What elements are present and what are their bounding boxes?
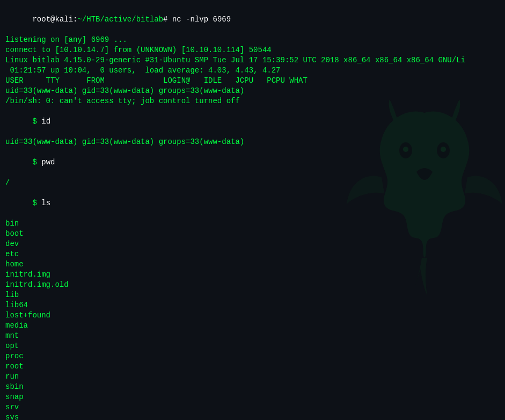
line-header: USER TTY FROM LOGIN@ IDLE JCPU PCPU WHAT (5, 76, 500, 86)
terminal-content: root@kali:~/HTB/active/bitlab# nc -nlvp … (5, 4, 500, 420)
line-sbin: sbin (5, 382, 500, 392)
cmd-id: id (41, 117, 50, 126)
cmd-ls: ls (41, 199, 50, 207)
line-sys: sys (5, 412, 500, 420)
cmd-pwd: pwd (41, 158, 55, 166)
line-run: run (5, 372, 500, 382)
line-prompt-ls: $ ls (5, 188, 500, 219)
line-lib: lib (5, 290, 500, 300)
line-dev: dev (5, 239, 500, 249)
line-mnt: mnt (5, 331, 500, 341)
line-initrd-old: initrd.img.old (5, 280, 500, 290)
line-lib64: lib64 (5, 300, 500, 310)
prompt-dollar2: $ (32, 158, 41, 166)
line-tty: /bin/sh: 0: can't access tty; job contro… (5, 96, 500, 106)
line-initrd: initrd.img (5, 270, 500, 280)
line-opt: opt (5, 341, 500, 351)
line-uid1: uid=33(www-data) gid=33(www-data) groups… (5, 86, 500, 96)
line-prompt-id: $ id (5, 106, 500, 137)
prompt-path: ~/HTB/active/bitlab (77, 15, 163, 24)
line-prompt1: root@kali:~/HTB/active/bitlab# nc -nlvp … (5, 4, 500, 35)
prompt-hash: # (163, 15, 172, 24)
line-proc: proc (5, 351, 500, 361)
line-uid2: uid=33(www-data) gid=33(www-data) groups… (5, 137, 500, 147)
line-linux: Linux bitlab 4.15.0-29-generic #31-Ubunt… (5, 55, 500, 66)
line-etc: etc (5, 249, 500, 259)
line-root: root (5, 361, 500, 372)
line-prompt-pwd: $ pwd (5, 147, 500, 178)
prompt-user: root@kali (32, 15, 73, 24)
line-lostfound: lost+found (5, 310, 500, 321)
terminal-window[interactable]: root@kali:~/HTB/active/bitlab# nc -nlvp … (0, 0, 505, 420)
prompt-dollar3: $ (32, 199, 41, 207)
line-home: home (5, 259, 500, 270)
prompt-dollar1: $ (32, 117, 41, 126)
line-listening: listening on [any] 6969 ... (5, 35, 500, 45)
line-connect: connect to [10.10.14.7] from (UNKNOWN) [… (5, 45, 500, 55)
line-boot: boot (5, 229, 500, 239)
line-bin: bin (5, 219, 500, 229)
line-uptime: 01:21:57 up 10:04, 0 users, load average… (5, 66, 500, 76)
cmd1: nc -nlvp 6969 (172, 15, 231, 24)
line-srv: srv (5, 402, 500, 412)
line-snap: snap (5, 392, 500, 402)
line-slash: / (5, 178, 500, 188)
line-media: media (5, 321, 500, 331)
